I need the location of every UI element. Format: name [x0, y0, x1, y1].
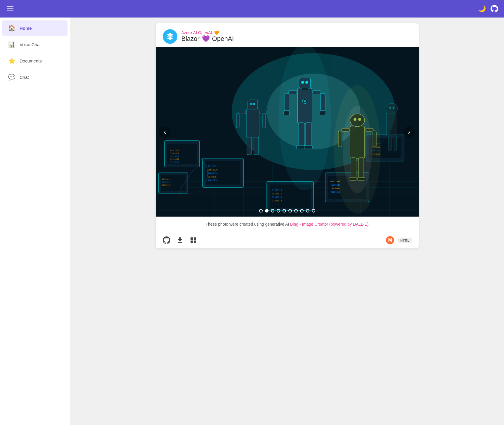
- card-header: Azure.AI.OpenAI 🧡 Blazor 💜 OpenAI: [156, 23, 419, 47]
- svg-text:11010110: 11010110: [162, 184, 171, 186]
- top-header: 🌙: [0, 0, 504, 18]
- carousel-dot-8[interactable]: [306, 209, 309, 212]
- svg-rect-95: [254, 137, 259, 155]
- carousel: 01011010 11001010 10110011 01101001 1101…: [156, 47, 419, 217]
- carousel-visual: 01011010 11001010 10110011 01101001 1101…: [156, 47, 419, 217]
- svg-text:11010110: 11010110: [170, 161, 179, 163]
- svg-rect-65: [320, 111, 326, 115]
- svg-rect-94: [247, 137, 252, 155]
- card-footer: M HTML: [156, 232, 419, 248]
- svg-rect-87: [248, 100, 258, 109]
- svg-rect-66: [298, 123, 304, 146]
- carousel-next-button[interactable]: ›: [403, 126, 415, 138]
- svg-rect-83: [358, 158, 364, 178]
- svg-point-98: [389, 107, 391, 109]
- hamburger-button[interactable]: [6, 5, 15, 12]
- svg-rect-80: [338, 131, 342, 147]
- dark-mode-button[interactable]: 🌙: [478, 5, 486, 13]
- sidebar-label-voice-chat: Voice Chat: [20, 42, 41, 47]
- svg-rect-96: [387, 112, 397, 136]
- svg-rect-32: [161, 175, 186, 191]
- carousel-dot-6[interactable]: [294, 209, 298, 212]
- card-header-text: Azure.AI.OpenAI 🧡 Blazor 💜 OpenAI: [181, 30, 234, 43]
- voice-chat-icon: 📊: [8, 41, 15, 48]
- header-right: 🌙: [478, 5, 498, 13]
- svg-rect-84: [349, 177, 357, 180]
- svg-text:11001010: 11001010: [170, 152, 179, 154]
- content-area: Azure.AI.OpenAI 🧡 Blazor 💜 OpenAI: [70, 18, 504, 425]
- svg-rect-55: [297, 88, 312, 123]
- svg-rect-78: [341, 128, 349, 131]
- svg-point-99: [392, 107, 394, 109]
- svg-text:10110011: 10110011: [272, 193, 282, 195]
- carousel-dot-1[interactable]: [265, 209, 269, 212]
- svg-rect-69: [304, 145, 312, 149]
- star-icon: ⭐: [8, 57, 15, 64]
- svg-text:11010110: 11010110: [272, 189, 282, 191]
- svg-rect-62: [284, 93, 289, 111]
- home-icon: 🏠: [8, 25, 15, 32]
- carousel-dot-5[interactable]: [288, 209, 292, 212]
- sidebar-label-home: Home: [20, 26, 32, 31]
- caption-link[interactable]: Bing - Image Creator (powered by DALL-E): [290, 222, 368, 227]
- svg-rect-92: [236, 113, 239, 128]
- carousel-svg: 01011010 11001010 10110011 01101001 1101…: [156, 47, 419, 217]
- carousel-prev-button[interactable]: ‹: [159, 126, 171, 138]
- sidebar-label-documents: Documents: [20, 58, 42, 63]
- svg-point-58: [305, 81, 308, 84]
- sidebar-label-chat: Chat: [20, 75, 29, 80]
- svg-point-75: [350, 114, 365, 127]
- carousel-dot-4[interactable]: [283, 209, 286, 212]
- carousel-dots: [259, 209, 315, 212]
- svg-rect-68: [297, 145, 305, 149]
- svg-text:10110011: 10110011: [208, 165, 218, 168]
- svg-point-97: [386, 103, 398, 114]
- svg-text:01011010: 01011010: [170, 149, 179, 151]
- svg-point-57: [301, 81, 304, 84]
- svg-point-71: [304, 100, 306, 102]
- sidebar-item-home[interactable]: 🏠 Home: [2, 20, 67, 36]
- carousel-dot-9[interactable]: [312, 209, 315, 212]
- sidebar-item-voice-chat[interactable]: 📊 Voice Chat: [2, 37, 67, 52]
- svg-text:10110011: 10110011: [170, 155, 179, 157]
- svg-rect-59: [302, 88, 308, 90]
- svg-text:01101001: 01101001: [162, 181, 171, 183]
- card-footer-left: [163, 236, 197, 244]
- svg-rect-67: [305, 123, 311, 146]
- svg-point-88: [250, 103, 252, 105]
- package-name: Azure.AI.OpenAI 🧡: [181, 30, 234, 35]
- svg-rect-86: [246, 109, 259, 138]
- svg-text:01011010: 01011010: [272, 196, 282, 198]
- svg-text:10110011: 10110011: [162, 178, 171, 180]
- header-left: [6, 5, 15, 12]
- github-footer-button[interactable]: [163, 236, 170, 244]
- carousel-dot-7[interactable]: [300, 209, 304, 212]
- carousel-dot-3[interactable]: [277, 209, 280, 212]
- package-emoji: 🧡: [214, 30, 219, 35]
- card-footer-right: M HTML: [386, 236, 411, 244]
- svg-rect-79: [365, 128, 373, 131]
- svg-rect-60: [289, 90, 297, 94]
- sidebar-item-documents[interactable]: ⭐ Documents: [2, 53, 67, 68]
- svg-point-89: [253, 103, 255, 105]
- card-caption: These photo were created using generativ…: [156, 217, 419, 232]
- svg-point-77: [358, 118, 361, 121]
- svg-point-76: [354, 118, 356, 121]
- m-icon: M: [386, 236, 394, 244]
- github-header-button[interactable]: [491, 5, 498, 13]
- carousel-dot-2[interactable]: [271, 209, 274, 212]
- sidebar-item-chat[interactable]: 💬 Chat: [2, 69, 67, 85]
- carousel-dot-0[interactable]: [259, 209, 263, 212]
- svg-rect-85: [357, 177, 365, 180]
- svg-text:01101001: 01101001: [170, 158, 179, 160]
- avatar: [163, 29, 177, 44]
- grid-button[interactable]: [190, 236, 197, 244]
- svg-rect-101: [393, 136, 396, 150]
- svg-rect-82: [351, 158, 356, 178]
- sidebar: 🏠 Home 📊 Voice Chat ⭐ Documents 💬 Chat: [0, 18, 70, 425]
- caption-text: These photo were created using generativ…: [206, 222, 290, 227]
- download-button[interactable]: [176, 236, 184, 244]
- svg-rect-93: [263, 113, 266, 128]
- svg-rect-64: [284, 111, 290, 115]
- main-layout: 🏠 Home 📊 Voice Chat ⭐ Documents 💬 Chat: [0, 18, 504, 425]
